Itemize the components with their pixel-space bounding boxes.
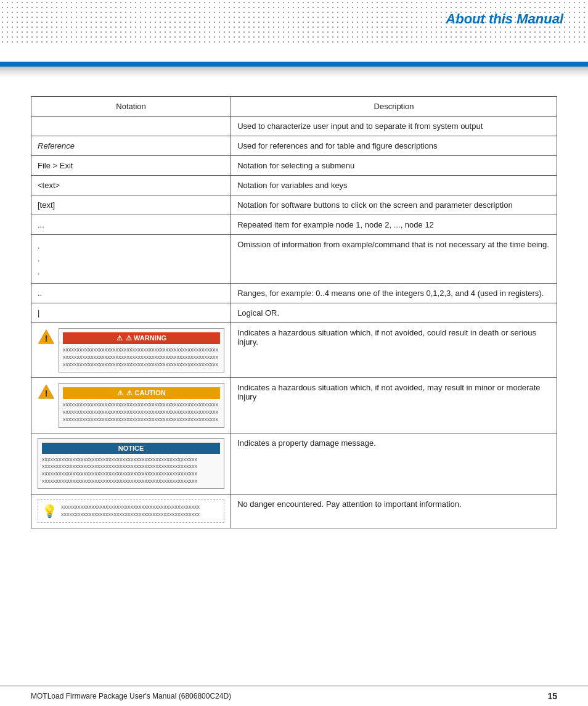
description-cell: Notation for variables and keys	[231, 176, 557, 195]
gray-strip	[0, 67, 588, 78]
description-cell: Repeated item for example node 1, node 2…	[231, 215, 557, 235]
table-row: ... Repeated item for example node 1, no…	[31, 215, 557, 235]
description-cell: Indicates a hazardous situation which, i…	[231, 378, 557, 433]
notation-cell: [text]	[31, 195, 231, 215]
tip-body-text: xxxxxxxxxxxxxxxxxxxxxxxxxxxxxxxxxxxxxxxx…	[61, 504, 200, 518]
caution-box-container: ! ⚠ ⚠ CAUTION xxxxxxxxxxxxxxxxxxxxxxxxxx…	[38, 383, 224, 427]
table-row: ! ⚠ ⚠ CAUTION xxxxxxxxxxxxxxxxxxxxxxxxxx…	[31, 378, 557, 433]
warning-label: ⚠ WARNING	[126, 334, 166, 342]
col-description-header: Description	[231, 97, 557, 117]
svg-text:!: !	[44, 388, 47, 399]
notation-cell-tip: 💡 xxxxxxxxxxxxxxxxxxxxxxxxxxxxxxxxxxxxxx…	[31, 495, 231, 528]
warning-box-container: ! ⚠ ⚠ WARNING xxxxxxxxxxxxxxxxxxxxxxxxxx…	[38, 328, 224, 372]
description-cell: Indicates a hazardous situation which, i…	[231, 323, 557, 378]
caution-body-text: xxxxxxxxxxxxxxxxxxxxxxxxxxxxxxxxxxxxxxxx…	[63, 401, 220, 423]
tip-box: 💡 xxxxxxxxxxxxxxxxxxxxxxxxxxxxxxxxxxxxxx…	[38, 499, 224, 523]
notice-label: NOTICE	[118, 445, 144, 452]
notation-cell: |	[31, 303, 231, 323]
warning-header: ⚠ ⚠ WARNING	[63, 332, 220, 344]
notice-box: NOTICE xxxxxxxxxxxxxxxxxxxxxxxxxxxxxxxxx…	[38, 438, 224, 490]
header-title-area: About this Manual	[446, 11, 563, 27]
bulb-icon: 💡	[42, 504, 57, 519]
description-cell: No danger encountered. Pay attention to …	[231, 495, 557, 528]
footer-manual-name: MOTLoad Firmware Package User's Manual (…	[31, 692, 231, 700]
table-row: File > Exit Notation for selecting a sub…	[31, 156, 557, 176]
description-cell: Ranges, for example: 0..4 means one of t…	[231, 284, 557, 303]
notation-cell-caution: ! ⚠ ⚠ CAUTION xxxxxxxxxxxxxxxxxxxxxxxxxx…	[31, 378, 231, 433]
description-cell: Used for references and for table and fi…	[231, 136, 557, 156]
blue-bar	[0, 62, 588, 67]
main-content: Notation Description Used to characteriz…	[0, 78, 588, 547]
description-cell: Notation for selecting a submenu	[231, 156, 557, 176]
warning-body-text: xxxxxxxxxxxxxxxxxxxxxxxxxxxxxxxxxxxxxxxx…	[63, 347, 220, 368]
table-row: <text> Notation for variables and keys	[31, 176, 557, 195]
description-cell: Omission of information from example/com…	[231, 235, 557, 284]
table-row: NOTICE xxxxxxxxxxxxxxxxxxxxxxxxxxxxxxxxx…	[31, 433, 557, 495]
header: About this Manual	[0, 0, 588, 62]
caution-icon-small: ⚠	[117, 389, 123, 397]
notation-cell: Reference	[31, 136, 231, 156]
warning-icon-small: ⚠	[116, 334, 123, 342]
description-cell: Logical OR.	[231, 303, 557, 323]
description-cell: Used to characterize user input and to s…	[231, 117, 557, 136]
footer: MOTLoad Firmware Package User's Manual (…	[0, 686, 588, 706]
notation-cell-notice: NOTICE xxxxxxxxxxxxxxxxxxxxxxxxxxxxxxxxx…	[31, 433, 231, 495]
notation-table: Notation Description Used to characteriz…	[31, 96, 557, 528]
warning-box: ⚠ ⚠ WARNING xxxxxxxxxxxxxxxxxxxxxxxxxxxx…	[59, 328, 224, 372]
caution-box: ⚠ ⚠ CAUTION xxxxxxxxxxxxxxxxxxxxxxxxxxxx…	[59, 383, 224, 427]
description-cell: Notation for software buttons to click o…	[231, 195, 557, 215]
table-row: ... Omission of information from example…	[31, 235, 557, 284]
page-title: About this Manual	[446, 11, 563, 27]
notice-body-text: xxxxxxxxxxxxxxxxxxxxxxxxxxxxxxxxxxxxxxxx…	[42, 456, 220, 485]
caution-header: ⚠ ⚠ CAUTION	[63, 387, 220, 399]
table-row: ! ⚠ ⚠ WARNING xxxxxxxxxxxxxxxxxxxxxxxxxx…	[31, 323, 557, 378]
table-header-row: Notation Description	[31, 97, 557, 117]
col-notation-header: Notation	[31, 97, 231, 117]
notation-cell: File > Exit	[31, 156, 231, 176]
notation-cell-warning: ! ⚠ ⚠ WARNING xxxxxxxxxxxxxxxxxxxxxxxxxx…	[31, 323, 231, 378]
notation-cell: ...	[31, 215, 231, 235]
notation-cell: ...	[31, 235, 231, 284]
svg-text:!: !	[44, 334, 47, 344]
description-cell: Indicates a property damage message.	[231, 433, 557, 495]
table-row: 💡 xxxxxxxxxxxxxxxxxxxxxxxxxxxxxxxxxxxxxx…	[31, 495, 557, 528]
table-row: | Logical OR.	[31, 303, 557, 323]
table-row: [text] Notation for software buttons to …	[31, 195, 557, 215]
notation-cell	[31, 117, 231, 136]
notation-italic: Reference	[38, 141, 75, 150]
notation-cell: ..	[31, 284, 231, 303]
caution-label: ⚠ CAUTION	[126, 389, 165, 397]
caution-triangle-icon: !	[38, 383, 55, 400]
table-row: .. Ranges, for example: 0..4 means one o…	[31, 284, 557, 303]
warning-triangle-icon: !	[38, 328, 55, 345]
notice-header: NOTICE	[42, 443, 220, 454]
notation-cell: <text>	[31, 176, 231, 195]
table-row: Used to characterize user input and to s…	[31, 117, 557, 136]
table-row: Reference Used for references and for ta…	[31, 136, 557, 156]
footer-page-number: 15	[547, 691, 557, 701]
